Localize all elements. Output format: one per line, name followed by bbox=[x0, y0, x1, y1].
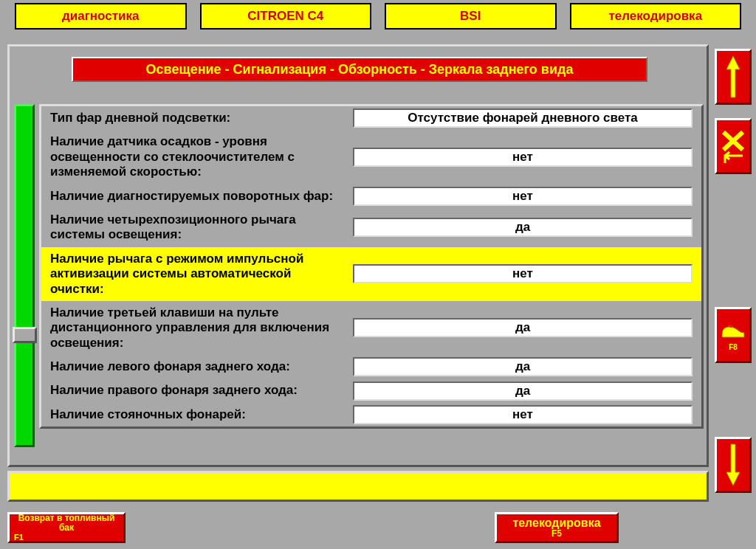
f1-back-button[interactable]: Возврат в топливный бак F1 bbox=[7, 512, 126, 543]
param-label: Наличие стояночных фонарей: bbox=[50, 404, 346, 425]
param-value[interactable]: да bbox=[353, 381, 693, 401]
param-row[interactable]: Наличие третьей клавиши на пульте дистан… bbox=[41, 301, 701, 355]
param-row[interactable]: Наличие рычага с режимом импульсной акти… bbox=[41, 247, 701, 301]
param-value[interactable]: Отсутствие фонарей дневного света bbox=[353, 108, 693, 128]
param-value[interactable]: да bbox=[353, 218, 693, 237]
param-row[interactable]: Тип фар дневной подсветки:Отсутствие фон… bbox=[41, 106, 701, 130]
param-value[interactable]: нет bbox=[353, 405, 693, 424]
arrow-up-icon bbox=[724, 55, 743, 99]
scrollbar-thumb[interactable] bbox=[13, 327, 37, 343]
status-bar bbox=[7, 471, 709, 502]
top-btn-vehicle[interactable]: CITROEN C4 bbox=[200, 3, 372, 30]
f1-key: F1 bbox=[14, 533, 24, 542]
param-label: Наличие третьей клавиши на пульте дистан… bbox=[50, 303, 346, 353]
param-label: Наличие диагностируемых поворотных фар: bbox=[50, 186, 346, 207]
param-label: Наличие рычага с режимом импульсной акти… bbox=[50, 249, 346, 300]
param-row[interactable]: Наличие диагностируемых поворотных фар:н… bbox=[41, 184, 701, 208]
params-table: Тип фар дневной подсветки:Отсутствие фон… bbox=[39, 104, 704, 429]
f5-telecoding-button[interactable]: телекодировка F5 bbox=[495, 512, 619, 543]
param-value[interactable]: нет bbox=[353, 148, 693, 167]
param-label: Наличие четырехпозиционного рычага систе… bbox=[50, 210, 346, 246]
top-btn-ecu[interactable]: BSI bbox=[385, 3, 557, 30]
reset-button[interactable] bbox=[715, 118, 752, 174]
param-label: Наличие правого фонаря заднего хода: bbox=[50, 380, 346, 401]
param-row[interactable]: Наличие левого фонаря заднего хода:да bbox=[41, 355, 701, 379]
content-frame: Освещение - Сигнализация - Обзорность - … bbox=[7, 44, 709, 467]
param-label: Наличие датчика осадков - уровня освещен… bbox=[50, 131, 346, 182]
f5-label: телекодировка bbox=[512, 517, 600, 530]
cross-return-icon bbox=[721, 128, 746, 165]
f8-button[interactable]: F8 bbox=[715, 307, 752, 363]
param-row[interactable]: Наличие стояночных фонарей:нет bbox=[41, 403, 701, 427]
top-btn-telecoding[interactable]: телекодировка bbox=[570, 3, 742, 30]
param-row[interactable]: Наличие четырехпозиционного рычага систе… bbox=[41, 208, 701, 247]
param-row[interactable]: Наличие датчика осадков - уровня освещен… bbox=[41, 130, 701, 184]
arrow-down-icon bbox=[724, 443, 743, 487]
param-label: Наличие левого фонаря заднего хода: bbox=[50, 356, 346, 377]
param-value[interactable]: нет bbox=[353, 187, 693, 206]
param-label: Тип фар дневной подсветки: bbox=[50, 108, 346, 128]
scrollbar-track[interactable] bbox=[14, 104, 35, 447]
f5-key: F5 bbox=[551, 529, 562, 539]
f8-label: F8 bbox=[729, 343, 738, 351]
param-value[interactable]: нет bbox=[353, 264, 693, 283]
shoe-icon bbox=[720, 320, 746, 340]
f1-line1: Возврат в топливный bbox=[18, 514, 115, 523]
param-value[interactable]: да bbox=[353, 318, 693, 337]
top-btn-diagnostics[interactable]: диагностика bbox=[15, 3, 187, 30]
scroll-down-button[interactable] bbox=[715, 437, 752, 493]
param-row[interactable]: Наличие правого фонаря заднего хода:да bbox=[41, 379, 701, 402]
section-title: Освещение - Сигнализация - Обзорность - … bbox=[72, 57, 647, 82]
f1-line2: бак bbox=[59, 523, 74, 533]
param-value[interactable]: да bbox=[353, 357, 693, 376]
scroll-up-button[interactable] bbox=[715, 49, 752, 105]
